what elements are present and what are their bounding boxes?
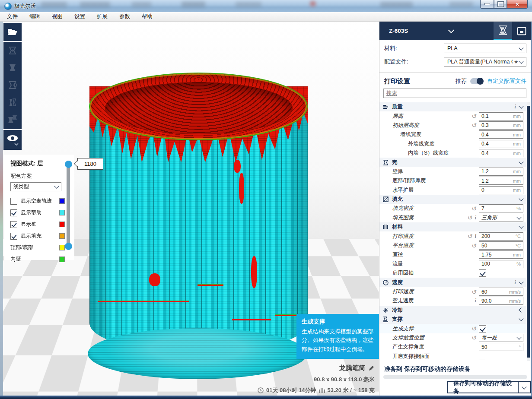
- close-button[interactable]: ×: [507, 0, 528, 9]
- infill-pattern-select[interactable]: 三角形: [479, 214, 523, 222]
- setting-row: 打印温度 ↺ i 200°C: [379, 231, 528, 241]
- show-infill-checkbox[interactable]: [10, 233, 17, 240]
- reset-icon[interactable]: ↺: [468, 215, 473, 221]
- scale-tool-icon[interactable]: [3, 59, 22, 76]
- background-window-smudge: [380, 2, 413, 7]
- model-top-opening: [105, 82, 293, 134]
- wall-thickness-input[interactable]: 1.2mm: [479, 168, 523, 176]
- open-file-button[interactable]: [3, 23, 22, 41]
- filament-icon: [319, 388, 325, 393]
- view-mode-panel: 视图模式: 层 配色方案 线类型 显示空走轨迹 显示帮助 显示壁 显示填充: [4, 155, 74, 260]
- reset-icon[interactable]: ↺: [471, 326, 477, 332]
- menu-extensions[interactable]: 扩展: [97, 13, 108, 20]
- info-icon[interactable]: i: [475, 233, 476, 240]
- chevron-down-icon: [516, 335, 521, 339]
- profile-select[interactable]: PLA 普通质量(PLA Norma Qua ★: [444, 57, 526, 66]
- info-icon[interactable]: i: [475, 298, 476, 304]
- section-quality[interactable]: 质量 i: [379, 102, 528, 111]
- show-helpers-checkbox[interactable]: [10, 209, 17, 216]
- support-angle-input[interactable]: 50°: [479, 343, 523, 351]
- section-shell[interactable]: 壳: [379, 158, 528, 167]
- menu-settings[interactable]: 设置: [74, 13, 85, 20]
- top-bottom-thickness-input[interactable]: 1.2mm: [479, 177, 523, 185]
- support-interface-checkbox[interactable]: [479, 353, 486, 360]
- reset-icon[interactable]: ↺: [468, 233, 473, 239]
- menu-edit[interactable]: 编辑: [29, 13, 40, 20]
- favorite-star-icon[interactable]: ★: [514, 59, 518, 65]
- show-shell-checkbox[interactable]: [10, 221, 17, 228]
- search-input[interactable]: [383, 89, 526, 98]
- move-tool-icon[interactable]: [3, 42, 22, 59]
- reset-icon[interactable]: ↺: [471, 206, 477, 212]
- outer-wall-line-width-input[interactable]: 0.4mm: [479, 140, 523, 148]
- section-cooling[interactable]: 冷却: [379, 306, 528, 315]
- layer-slider-handle-bottom[interactable]: [65, 243, 72, 250]
- reset-icon[interactable]: ↺: [471, 122, 477, 128]
- info-icon[interactable]: i: [515, 279, 516, 286]
- view-visibility-button[interactable]: [3, 130, 22, 150]
- rename-pencil-icon[interactable]: [368, 365, 375, 371]
- reset-icon[interactable]: ↺: [471, 289, 477, 295]
- chevron-down-icon[interactable]: [448, 27, 454, 33]
- section-material[interactable]: 材料: [379, 222, 528, 231]
- window-titlebar[interactable]: 极光尔沃 ×: [0, 0, 532, 12]
- recommended-custom-toggle[interactable]: [470, 78, 483, 84]
- printing-temperature-input[interactable]: 200°C: [479, 232, 523, 241]
- support-placement-select[interactable]: 每一处: [479, 334, 523, 342]
- infill-density-input[interactable]: 7%: [479, 204, 523, 212]
- reset-icon[interactable]: ↺: [471, 243, 477, 249]
- print-speed-input[interactable]: 60mm/s: [479, 288, 523, 296]
- reset-icon[interactable]: ↺: [471, 335, 477, 341]
- view-option-helpers[interactable]: 显示帮助: [10, 207, 74, 218]
- per-model-settings-tool-icon[interactable]: [3, 111, 22, 128]
- save-options-dropdown[interactable]: [518, 382, 530, 393]
- divider: [379, 363, 531, 363]
- show-travels-checkbox[interactable]: [10, 198, 17, 205]
- layer-height-input[interactable]: 0.1mm: [479, 112, 523, 120]
- initial-layer-height-input[interactable]: 0.3mm: [479, 121, 523, 130]
- travel-speed-input[interactable]: 90.0mm/s: [479, 297, 523, 305]
- inner-wall-line-width-input[interactable]: 0.4mm: [479, 149, 523, 157]
- menu-view[interactable]: 视图: [52, 13, 63, 20]
- menu-parameters[interactable]: 参数: [119, 13, 130, 20]
- tab-monitor[interactable]: [512, 22, 531, 40]
- generate-support-checkbox[interactable]: [479, 325, 486, 332]
- view-option-infill[interactable]: 显示填充: [10, 230, 74, 242]
- tab-prepare[interactable]: [494, 22, 512, 40]
- material-row: 材料: PLA: [379, 43, 531, 54]
- section-speed[interactable]: 速度 i: [379, 278, 528, 287]
- view-option-shell[interactable]: 显示壁: [10, 218, 74, 230]
- save-to-removable-button[interactable]: 保存到可移动的存储设备: [447, 381, 531, 393]
- layer-slider-track[interactable]: [67, 161, 70, 250]
- section-support[interactable]: 支撑: [379, 315, 528, 324]
- menu-file[interactable]: 文件: [7, 13, 18, 20]
- layer-slider-handle-top[interactable]: [65, 161, 72, 168]
- reset-icon[interactable]: ↺: [471, 113, 477, 119]
- info-icon[interactable]: i: [515, 104, 516, 110]
- horizontal-expansion-input[interactable]: 0mm: [479, 186, 523, 194]
- section-infill[interactable]: 填充: [379, 195, 528, 204]
- line-width-input[interactable]: 0.4mm: [479, 130, 523, 139]
- minimize-button[interactable]: [480, 0, 494, 9]
- maximize-button[interactable]: [494, 0, 507, 9]
- printer-name[interactable]: Z-603S: [389, 28, 408, 34]
- color-scheme-label: 配色方案: [10, 173, 74, 180]
- build-plate-temperature-input[interactable]: 50°C: [479, 241, 523, 250]
- material-select[interactable]: PLA: [444, 44, 526, 53]
- menu-help[interactable]: 帮助: [142, 13, 153, 20]
- layer-highlight-line: [198, 284, 223, 286]
- diameter-input[interactable]: 1.75mm: [479, 250, 523, 259]
- toggle-knob: [477, 78, 484, 85]
- profile-label: 配置文件:: [384, 58, 408, 66]
- viewport-3d[interactable]: 视图模式: 层 配色方案 线类型 显示空走轨迹 显示帮助 显示壁 显示填充: [3, 22, 379, 396]
- info-icon[interactable]: i: [475, 215, 476, 221]
- custom-profile-link[interactable]: 自定义配置文件: [487, 77, 526, 85]
- settings-scrollbar-thumb[interactable]: [527, 106, 530, 358]
- enable-retraction-checkbox[interactable]: [479, 269, 486, 277]
- window-bottom-border: [0, 396, 532, 399]
- mirror-tool-icon[interactable]: [3, 94, 22, 111]
- color-scheme-select[interactable]: 线类型: [10, 182, 61, 191]
- flow-input[interactable]: 100%: [479, 260, 523, 268]
- rotate-tool-icon[interactable]: [3, 76, 22, 94]
- view-option-travels[interactable]: 显示空走轨迹: [10, 195, 74, 207]
